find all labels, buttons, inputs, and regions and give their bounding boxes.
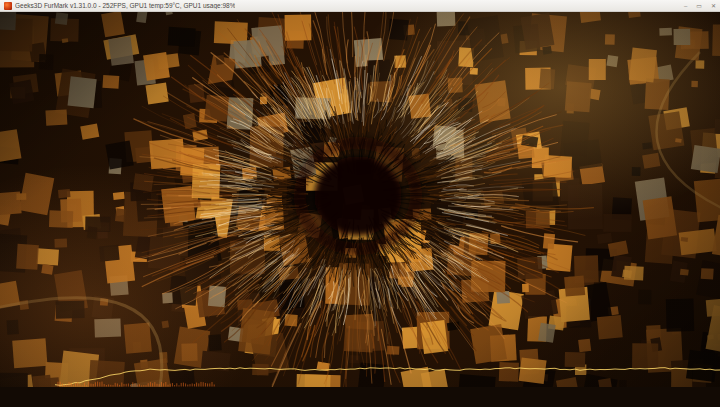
- desktop-screen: Geeks3D FurMark v1.31.0.0 - 252FPS, GPU1…: [0, 0, 720, 407]
- furmark-viewport: FurMark v1.31.0.0 - Burn-in test, 3840x2…: [0, 12, 720, 387]
- minimize-button[interactable]: –: [684, 3, 687, 9]
- fur-strands: [0, 12, 720, 387]
- window-title: Geeks3D FurMark v1.31.0.0 - 252FPS, GPU1…: [15, 2, 235, 9]
- gpu-temperature-graph: [0, 342, 720, 387]
- maximize-button[interactable]: ▭: [696, 3, 702, 9]
- close-button[interactable]: ✕: [711, 3, 716, 9]
- furmark-titlebar[interactable]: Geeks3D FurMark v1.31.0.0 - 252FPS, GPU1…: [0, 0, 720, 12]
- furmark-app-icon: [4, 2, 12, 10]
